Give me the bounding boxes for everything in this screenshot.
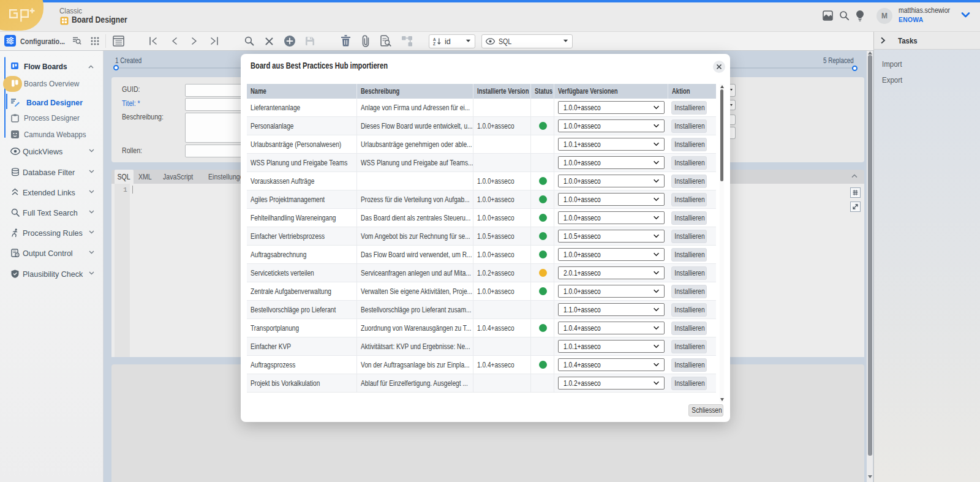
- svg-text:Z: Z: [433, 42, 435, 45]
